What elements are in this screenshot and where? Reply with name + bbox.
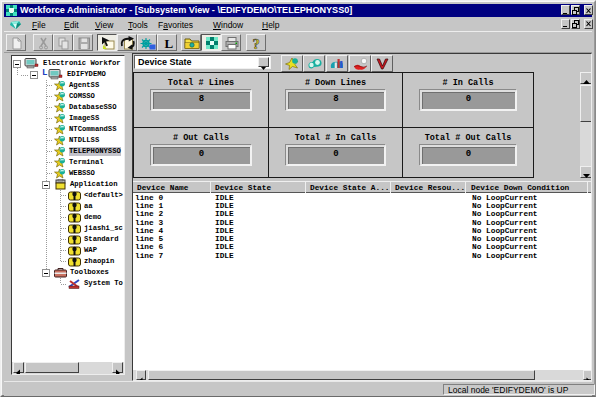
svg-text:L: L xyxy=(165,36,174,51)
svg-text:?: ? xyxy=(253,36,260,51)
